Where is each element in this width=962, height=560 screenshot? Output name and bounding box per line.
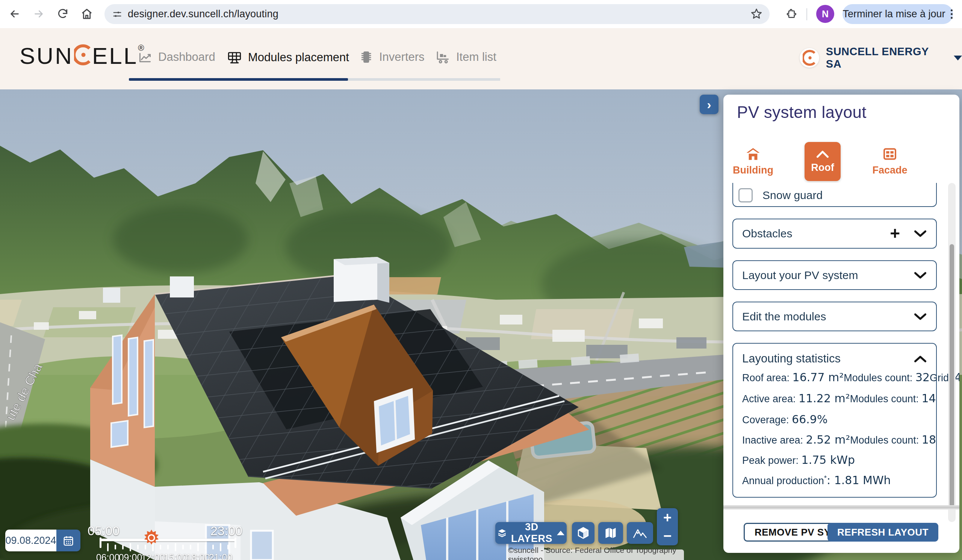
date-value[interactable]: 09.08.2024 bbox=[5, 529, 56, 551]
layers-icon bbox=[497, 526, 507, 539]
calendar-icon[interactable] bbox=[56, 529, 81, 551]
tick-19 bbox=[205, 545, 206, 549]
layout-pv-card[interactable]: Layout your PV system bbox=[733, 260, 937, 290]
logo-c-icon bbox=[74, 44, 91, 66]
tick-10 bbox=[137, 545, 139, 549]
cube-icon bbox=[577, 526, 589, 539]
tick-22 bbox=[228, 545, 229, 549]
account-logo-icon bbox=[800, 48, 819, 68]
layouting-statistics-card: Layouting statistics Roof area: 16.77 m²… bbox=[733, 343, 937, 498]
layers-caret-icon bbox=[557, 531, 565, 535]
back-icon[interactable] bbox=[8, 7, 22, 21]
stat-row-inactive: Inactive area: 2.52 m² Modules count: 18 bbox=[742, 433, 931, 446]
tick-16 bbox=[182, 545, 184, 549]
tick-18 bbox=[197, 543, 199, 551]
panel-scroll-area[interactable]: Snow guard Obstacles + Layout your PV sy… bbox=[723, 183, 959, 522]
panel-scrollbar-thumb[interactable] bbox=[950, 244, 954, 507]
url-text[interactable]: designer.dev.suncell.ch/layouting bbox=[128, 8, 278, 20]
obstacles-label: Obstacles bbox=[742, 227, 792, 240]
modules-active-value: 14 bbox=[922, 392, 936, 405]
browser-menu-icon[interactable] bbox=[951, 10, 953, 19]
tick-06 bbox=[107, 543, 108, 551]
tick-14 bbox=[167, 545, 169, 549]
edit-modules-card[interactable]: Edit the modules bbox=[733, 302, 937, 331]
finish-update-label: Terminer la mise à jour bbox=[843, 8, 945, 20]
time-start-label: 05:00 bbox=[87, 523, 119, 538]
home-icon[interactable] bbox=[80, 7, 94, 21]
time-track-end-cap bbox=[234, 537, 236, 548]
edit-modules-label: Edit the modules bbox=[742, 310, 826, 323]
peak-power-label: Peak power: bbox=[742, 455, 799, 466]
refresh-layout-button[interactable]: REFRESH LAYOUT bbox=[828, 523, 938, 542]
chevron-down-icon[interactable] bbox=[914, 312, 927, 321]
nav-inactive-indicator bbox=[348, 78, 500, 81]
obstacles-card[interactable]: Obstacles + bbox=[733, 219, 937, 249]
facade-icon bbox=[883, 147, 897, 161]
panel-title: PV system layout bbox=[737, 103, 867, 122]
layers-3d-label: 3D LAYERS bbox=[511, 521, 552, 545]
tick-21 bbox=[220, 543, 221, 551]
tab-item-list-label: Item list bbox=[456, 50, 496, 64]
cube-view-button[interactable] bbox=[572, 522, 594, 544]
tab-dashboard-label: Dashboard bbox=[158, 50, 215, 64]
bookmark-star-icon[interactable] bbox=[750, 8, 763, 22]
tab-building[interactable]: Building bbox=[733, 142, 774, 181]
finish-update-button[interactable]: Terminer la mise à jour bbox=[843, 4, 953, 24]
tick-08 bbox=[122, 545, 124, 549]
tab-inverters[interactable]: Inverters bbox=[359, 50, 425, 64]
chevron-down-icon[interactable] bbox=[914, 271, 927, 280]
date-picker[interactable]: 09.08.2024 bbox=[5, 529, 81, 551]
building-icon bbox=[746, 147, 760, 161]
account-name: SUNCELL ENERGY SA bbox=[826, 45, 947, 70]
active-area-label: Active area: bbox=[742, 393, 796, 404]
profile-avatar[interactable]: N bbox=[816, 5, 834, 23]
tab-item-list[interactable]: Item list bbox=[436, 50, 496, 64]
account-caret-icon bbox=[954, 56, 962, 61]
tab-roof-active[interactable]: Roof bbox=[805, 142, 841, 181]
tick-09 bbox=[130, 543, 131, 551]
logo-sun: SUN bbox=[19, 42, 73, 69]
snow-guard-checkbox[interactable] bbox=[738, 188, 753, 203]
time-slider[interactable]: 05:00 23:00 06:00 09:00 12:00 15:00 18:0… bbox=[87, 523, 242, 560]
tick-label-09: 09:00 bbox=[119, 552, 142, 560]
layers-3d-button[interactable]: 3D LAYERS bbox=[495, 522, 567, 544]
tab-facade[interactable]: Facade bbox=[869, 142, 910, 181]
inverter-chip-icon bbox=[359, 50, 373, 64]
annual-production-label: Annual production bbox=[742, 475, 824, 486]
panel-collapse-button[interactable]: › bbox=[700, 95, 718, 114]
zoom-in-button[interactable]: + bbox=[663, 510, 671, 525]
map-view-button[interactable] bbox=[598, 522, 623, 544]
tick-label-06: 06:00 bbox=[96, 552, 120, 560]
terrain-button[interactable] bbox=[627, 522, 653, 544]
modules-active-label: Modules count: bbox=[850, 393, 919, 404]
dashboard-icon bbox=[138, 50, 152, 64]
roof-chevron-icon bbox=[816, 150, 830, 158]
sun-handle-icon[interactable] bbox=[142, 529, 160, 548]
nav-active-indicator bbox=[129, 78, 348, 81]
modules-inactive-value: 18 bbox=[922, 433, 936, 446]
add-obstacle-button[interactable]: + bbox=[890, 223, 900, 243]
tab-dashboard[interactable]: Dashboard bbox=[138, 50, 215, 64]
chevron-up-icon[interactable] bbox=[914, 355, 927, 363]
site-settings-icon[interactable] bbox=[112, 9, 123, 19]
stat-row-annual-production: Annual production*: 1.81 MWh bbox=[742, 474, 931, 487]
chevron-down-icon[interactable] bbox=[914, 230, 927, 238]
tick-label-15: 15:00 bbox=[164, 552, 187, 560]
tab-roof-label: Roof bbox=[811, 162, 834, 174]
extensions-icon[interactable] bbox=[784, 7, 799, 21]
time-track[interactable] bbox=[100, 539, 236, 541]
zoom-out-button[interactable]: − bbox=[663, 529, 671, 543]
account-menu[interactable]: SUNCELL ENERGY SA bbox=[800, 45, 962, 70]
active-area-value: 11.22 m² bbox=[799, 392, 850, 405]
coverage-value: 66.9% bbox=[792, 413, 828, 426]
forward-icon[interactable] bbox=[32, 7, 46, 21]
map-attribution: ©suncell - Source: Federal Office of Top… bbox=[508, 549, 684, 560]
zoom-control[interactable]: + − bbox=[657, 508, 678, 546]
snow-guard-label: Snow guard bbox=[762, 189, 823, 202]
url-bar[interactable]: designer.dev.suncell.ch/layouting bbox=[105, 4, 770, 24]
reload-icon[interactable] bbox=[56, 7, 70, 21]
peak-power-value: 1.75 kWp bbox=[802, 453, 855, 467]
tab-modules-placement[interactable]: Modules placement bbox=[227, 50, 349, 65]
time-end-label: 23:00 bbox=[210, 523, 242, 538]
stat-row-active: Active area: 11.22 m² Modules count: 14 bbox=[742, 392, 931, 405]
